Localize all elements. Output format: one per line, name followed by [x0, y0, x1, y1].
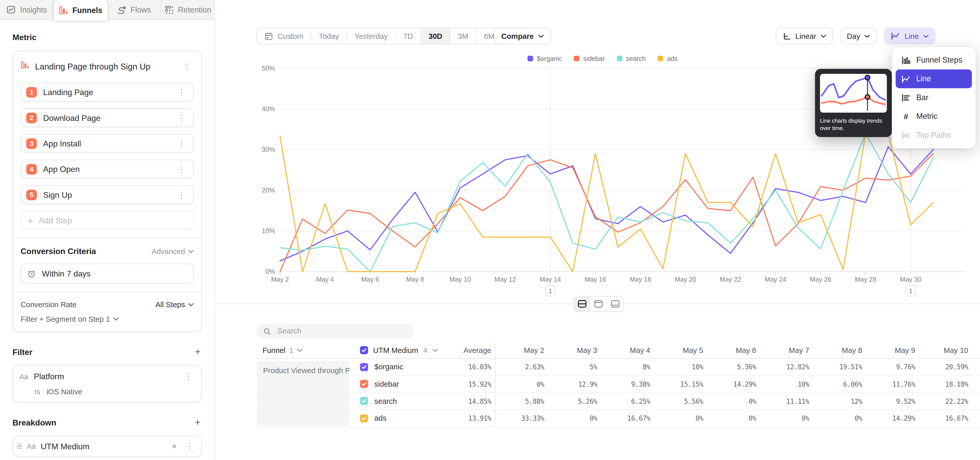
kebab-menu-icon[interactable]: ⋮	[175, 87, 188, 97]
cell-value: 9.38%	[601, 380, 654, 388]
breakdown-title: Breakdown	[13, 418, 193, 427]
step-number-badge: 4	[26, 164, 37, 174]
svg-text:50%: 50%	[262, 65, 275, 72]
step-label: Landing Page	[43, 88, 169, 97]
select-all-checkbox[interactable]	[360, 346, 368, 354]
line-chart-icon	[900, 74, 911, 83]
menu-itemfunnel-steps[interactable]: Funnel Steps	[896, 51, 972, 69]
funnel-step-5[interactable]: 5Sign Up⋮	[21, 185, 194, 204]
funnel-title-row[interactable]: Landing Page through Sign Up ⋮	[21, 59, 194, 74]
kebab-menu-icon[interactable]: ⋮	[175, 112, 188, 123]
compare-button[interactable]: Compare	[494, 27, 551, 45]
linear-scale-icon	[782, 32, 791, 40]
cell-value: 0%	[707, 415, 760, 422]
tab-funnels[interactable]: Funnels	[54, 0, 107, 21]
tab-insights[interactable]: Insights	[0, 0, 54, 19]
conversion-window[interactable]: Within 7 days	[21, 264, 194, 283]
chevron-down-icon	[432, 348, 438, 352]
advanced-toggle[interactable]: Advanced	[151, 247, 194, 256]
funnel-step-2[interactable]: 2Download Page⋮	[21, 109, 194, 127]
legend-itemsearch[interactable]: search	[617, 54, 646, 62]
breakdown-card[interactable]: Aa UTM Medium × ⋮	[13, 436, 202, 457]
split-view-toggle[interactable]	[574, 297, 591, 311]
tab-flows[interactable]: Flows	[107, 0, 161, 19]
filter-condition-row[interactable]: Is iOS Native	[19, 387, 195, 396]
range-yesterday[interactable]: Yesterday	[347, 28, 396, 44]
legend-itemorganic[interactable]: $organic	[528, 54, 562, 62]
tab-label: Funnels	[73, 6, 102, 14]
series-checkbox[interactable]	[360, 414, 368, 422]
add-step-button[interactable]: + Add Step	[21, 211, 194, 230]
remove-breakdown-icon[interactable]: ×	[170, 441, 178, 451]
legend-itemsidebar[interactable]: sidebar	[574, 54, 605, 62]
table-header-row: Funnel 1 UTM Medium 4 AverageMay 2May 3M…	[256, 342, 980, 359]
svg-text:May 10: May 10	[449, 276, 471, 283]
range-30d[interactable]: 30D	[421, 28, 450, 44]
cell-value: 0%	[707, 398, 760, 405]
breakdown-column-header[interactable]: UTM Medium 4	[350, 346, 463, 355]
chevron-down-icon	[923, 34, 929, 38]
table-header-cellmay-6: May 6	[707, 346, 760, 355]
conversion-rate-select[interactable]: All Steps	[156, 300, 194, 309]
funnel-title: Landing Page through Sign Up	[35, 62, 175, 71]
kebab-menu-icon[interactable]: ⋮	[181, 61, 194, 72]
kebab-menu-icon[interactable]: ⋮	[183, 441, 196, 452]
funnel-step-4[interactable]: 4App Open⋮	[21, 160, 194, 178]
kebab-menu-icon[interactable]: ⋮	[175, 189, 188, 200]
range-3m[interactable]: 3M	[450, 28, 476, 44]
range-label: Custom	[277, 32, 303, 40]
kebab-menu-icon[interactable]: ⋮	[175, 138, 188, 149]
legend-label: ads	[667, 54, 678, 62]
filter-operator: Is	[35, 387, 40, 396]
bar-chart-icon	[900, 93, 911, 102]
drag-handle-icon[interactable]	[17, 444, 22, 449]
flows-icon	[117, 5, 126, 14]
tooltip-text: Line charts display trendsover time.	[820, 117, 887, 132]
series-checkbox[interactable]	[360, 397, 368, 405]
svg-text:May 12: May 12	[495, 276, 516, 283]
tab-label: Insights	[20, 5, 47, 14]
range-today[interactable]: Today	[311, 28, 347, 44]
funnel-column-header[interactable]: Funnel 1	[256, 346, 350, 355]
text-type-icon: Aa	[27, 442, 35, 450]
cell-value: 0%	[813, 415, 866, 422]
series-lineorganic	[280, 147, 933, 261]
menu-itemline[interactable]: Line	[896, 70, 972, 88]
range-7d[interactable]: 7D	[396, 28, 421, 44]
average-value: 15.92%	[463, 380, 495, 388]
table-rowsearch: search14.85%5.88%5.26%6.25%5.56%0%11.11%…	[256, 393, 980, 410]
range-custom[interactable]: Custom	[257, 28, 312, 44]
cell-value: 20.59%	[919, 363, 972, 371]
series-name: ads	[374, 414, 387, 423]
scale-selector[interactable]: Linear	[775, 27, 833, 45]
metric-section-label: Metric	[13, 32, 202, 42]
add-filter-button[interactable]: +	[193, 347, 202, 357]
funnel-step-3[interactable]: 3App Install⋮	[21, 134, 194, 153]
search-input[interactable]	[276, 326, 407, 336]
chart-type-selector[interactable]: Line	[884, 27, 936, 45]
chart-only-toggle[interactable]	[590, 297, 607, 311]
funnel-metric-icon	[21, 61, 29, 72]
series-name: $organic	[374, 363, 403, 371]
filter-segment-toggle[interactable]: Filter + Segment on Step 1	[21, 315, 194, 324]
table-only-toggle[interactable]	[607, 297, 623, 311]
series-checkbox[interactable]	[360, 380, 368, 388]
chart-type-tooltip: Line charts display trendsover time.	[815, 69, 892, 137]
funnel-step-1[interactable]: 1Landing Page⋮	[21, 83, 194, 101]
chevron-down-icon	[821, 34, 826, 38]
chevron-down-icon	[188, 303, 194, 307]
legend-itemads[interactable]: ads	[658, 54, 678, 62]
svg-text:1: 1	[909, 288, 913, 294]
series-checkbox[interactable]	[360, 363, 368, 371]
kebab-menu-icon[interactable]: ⋮	[175, 164, 188, 174]
interval-selector[interactable]: Day	[840, 27, 877, 45]
tab-retention[interactable]: Retention	[161, 0, 215, 19]
menu-itembar[interactable]: Bar	[896, 88, 972, 107]
svg-text:May 26: May 26	[810, 276, 831, 283]
breakdown-section-header: Breakdown +	[13, 417, 202, 427]
add-breakdown-button[interactable]: +	[193, 417, 202, 427]
menu-itemmetric[interactable]: #Metric	[896, 107, 972, 126]
kebab-menu-icon[interactable]: ⋮	[182, 371, 195, 382]
funnels-report-app: InsightsFunnelsFlowsRetention Metric Lan…	[0, 0, 980, 460]
filter-property-row[interactable]: Aa Platform ⋮	[19, 371, 195, 382]
